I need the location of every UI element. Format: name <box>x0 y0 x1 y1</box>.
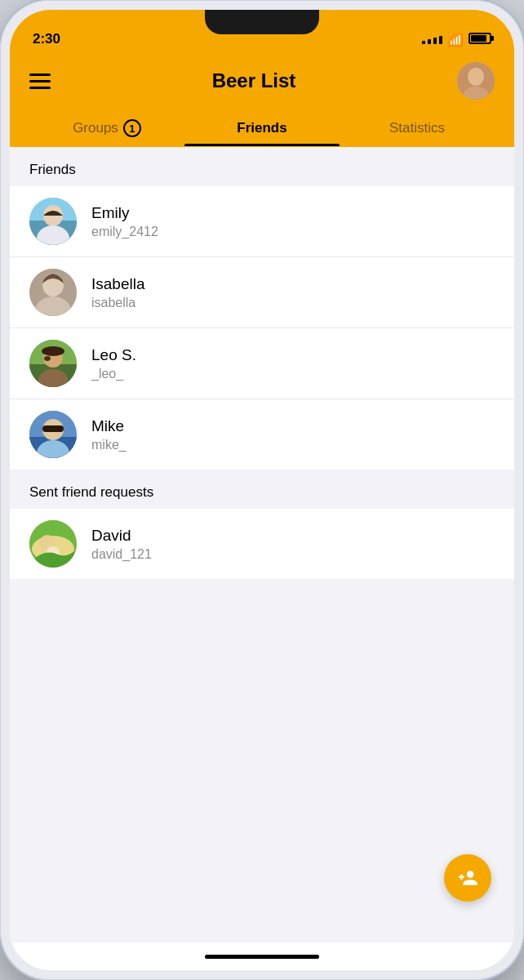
user-handle: _leo_ <box>91 367 495 381</box>
avatar-leo-img <box>29 340 77 387</box>
friends-list: Emily emily_2412 <box>10 186 514 470</box>
user-name: Isabella <box>91 275 495 293</box>
user-info-emily: Emily emily_2412 <box>91 204 495 239</box>
phone-screen: 2:30 📶 Beer List <box>10 10 514 970</box>
profile-avatar-img <box>457 62 495 100</box>
status-time: 2:30 <box>33 31 60 47</box>
list-item[interactable]: Leo S. _leo_ <box>10 328 514 399</box>
user-name: Mike <box>91 417 495 435</box>
tab-groups[interactable]: Groups 1 <box>29 111 184 147</box>
content-area: Friends Emily <box>10 147 514 942</box>
list-item[interactable]: David david_121 <box>10 509 514 579</box>
menu-button[interactable] <box>29 74 51 89</box>
tab-bar: Groups 1 Friends Statistics <box>29 111 495 147</box>
avatar-mike-img <box>29 411 77 458</box>
svg-rect-4 <box>457 62 495 100</box>
sent-requests-list: David david_121 <box>10 509 514 579</box>
groups-badge: 1 <box>123 119 141 137</box>
friends-section-header: Friends <box>10 147 514 186</box>
user-info-mike: Mike mike_ <box>91 417 495 452</box>
user-info-isabella: Isabella isabella <box>91 275 495 310</box>
add-friend-button[interactable] <box>444 854 491 902</box>
user-name: Emily <box>91 204 495 222</box>
user-avatar-isabella <box>29 269 77 316</box>
avatar-isabella-img <box>29 269 77 316</box>
user-avatar-emily <box>29 198 77 245</box>
battery-icon <box>468 33 491 47</box>
app-title: Beer List <box>212 69 296 92</box>
list-item[interactable]: Isabella isabella <box>10 257 514 328</box>
user-handle: mike_ <box>91 438 495 452</box>
tab-statistics-label: Statistics <box>389 120 445 136</box>
status-icons: 📶 <box>422 32 491 47</box>
tab-groups-label: Groups <box>73 120 118 136</box>
user-name: Leo S. <box>91 346 495 364</box>
user-avatar-david <box>29 520 77 568</box>
list-item[interactable]: Emily emily_2412 <box>10 186 514 257</box>
user-handle: isabella <box>91 296 495 310</box>
add-person-icon <box>457 867 478 889</box>
user-info-leo: Leo S. _leo_ <box>91 346 495 381</box>
user-info-david: David david_121 <box>91 527 495 562</box>
list-item[interactable]: Mike mike_ <box>10 399 514 470</box>
phone-frame: 2:30 📶 Beer List <box>0 0 524 980</box>
tab-friends[interactable]: Friends <box>184 112 340 146</box>
user-handle: david_121 <box>91 547 495 562</box>
user-avatar-mike <box>29 411 77 458</box>
home-indicator <box>10 942 514 970</box>
svg-point-19 <box>42 346 64 356</box>
svg-rect-26 <box>42 425 64 432</box>
header-row: Beer List <box>29 62 495 111</box>
wifi-icon: 📶 <box>447 32 464 47</box>
notch <box>205 10 319 34</box>
user-handle: emily_2412 <box>91 225 495 239</box>
avatar-emily-img <box>29 198 77 245</box>
user-avatar-leo <box>29 340 77 387</box>
signal-icon <box>422 36 442 44</box>
home-bar <box>205 955 319 959</box>
avatar-david-img <box>29 520 77 568</box>
profile-avatar[interactable] <box>457 62 495 100</box>
tab-friends-label: Friends <box>237 120 286 136</box>
svg-point-20 <box>44 356 51 361</box>
user-name: David <box>91 527 495 545</box>
header: Beer List <box>10 52 514 147</box>
sent-requests-section-header: Sent friend requests <box>10 470 514 509</box>
tab-statistics[interactable]: Statistics <box>340 112 495 146</box>
